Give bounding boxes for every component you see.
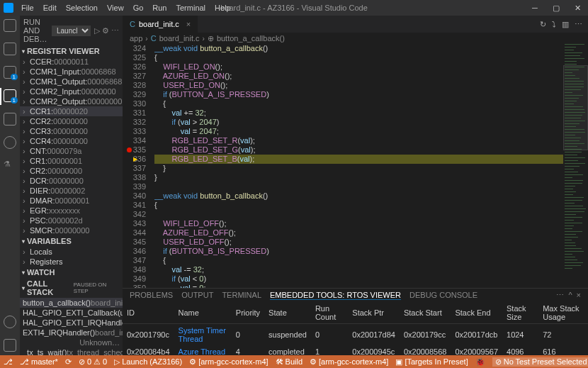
menu-file[interactable]: File	[18, 4, 38, 12]
rtos-row[interactable]: 0x2001790cSystem Timer Thread0suspended0…	[123, 324, 588, 346]
editor-area: C board_init.c × ↻ ⤵ ▥ ⋯ app › C board_i…	[123, 16, 588, 355]
launch-status[interactable]: ▷ Launch (AZ3166)	[114, 357, 182, 367]
remote-icon[interactable]	[4, 136, 16, 149]
register-EGR[interactable]: EGR: xxxxxxxx	[20, 206, 123, 216]
stack-frame[interactable]: EXTI4_IRQHandler()board_init.c360:1	[20, 328, 123, 338]
notest-status[interactable]: ⊘ No Test Preset Selected	[492, 357, 588, 367]
sidebar: RUN AND DEB… Launch ▷⚙⋯ REGISTER VIEWER …	[20, 16, 123, 355]
panel-tab-3[interactable]: EMBEDDED TOOLS: RTOS VIEWER	[270, 291, 401, 300]
stack-frame[interactable]: button_a_callback()board_init.c336:1	[20, 298, 123, 308]
step-over-icon[interactable]: ⤵	[552, 20, 556, 28]
preset2-status[interactable]: ⚙ [arm-gcc-cortex-m4]	[310, 357, 388, 367]
section-register-viewer[interactable]: REGISTER VIEWER	[20, 45, 123, 57]
breadcrumb[interactable]: app › C board_init.c › ⊕ button_a_callba…	[123, 33, 588, 44]
register-CCR4[interactable]: CCR4: 00000000	[20, 136, 123, 146]
callstack-status: PAUSED ON STEP	[74, 281, 120, 294]
bottom-panel: PROBLEMSOUTPUTTERMINALEMBEDDED TOOLS: RT…	[123, 288, 588, 355]
maximize-button[interactable]: ▢	[545, 4, 567, 13]
search-icon[interactable]	[4, 43, 16, 55]
debug-title: RUN AND DEB…	[23, 18, 48, 43]
minimap[interactable]	[563, 44, 588, 288]
panel-more-icon[interactable]: ⋯	[556, 291, 564, 300]
panel-close-icon[interactable]: ×	[577, 291, 581, 300]
debug-status[interactable]: 🐞	[475, 357, 485, 367]
restart-icon[interactable]: ↻	[540, 20, 546, 29]
section-watch[interactable]: WATCH	[20, 267, 123, 278]
split-icon[interactable]: ▥	[562, 20, 569, 29]
menu-run[interactable]: Run	[149, 4, 170, 12]
window-controls: ─ ▢ ✕	[524, 4, 588, 13]
register-CCER[interactable]: CCER: 00000011	[20, 57, 123, 67]
branch-status[interactable]: ⎇ master*	[20, 357, 58, 367]
more-icon[interactable]: ⋯	[575, 20, 582, 29]
rtos-table: IDNamePriorityStateRun CountStack PtrSta…	[123, 302, 588, 355]
panel-tab-1[interactable]: OUTPUT	[181, 291, 213, 300]
problems-status[interactable]: ⊘ 0 ⚠ 0	[79, 357, 107, 367]
debug-header: RUN AND DEB… Launch ▷⚙⋯	[20, 16, 123, 45]
variables-locals[interactable]: Locals	[20, 247, 123, 257]
register-DCR[interactable]: DCR: 00000000	[20, 176, 123, 186]
section-variables[interactable]: VARIABLES	[20, 235, 123, 247]
stack-frame[interactable]: HAL_GPIO_EXTI_Callback(uint16_tGPIO	[20, 308, 123, 318]
register-CCMR2_Output[interactable]: CCMR2_Output: 00000000	[20, 96, 123, 106]
register-CCMR1_Output[interactable]: CCMR1_Output: 00006868	[20, 77, 123, 87]
panel-tab-4[interactable]: DEBUG CONSOLE	[409, 291, 477, 300]
panel-tabs: PROBLEMSOUTPUTTERMINALEMBEDDED TOOLS: RT…	[123, 289, 588, 302]
panel-max-icon[interactable]: ^	[568, 291, 572, 300]
register-CCMR1_Input[interactable]: CCMR1_Input: 00006868	[20, 67, 123, 77]
register-CCR2[interactable]: CCR2: 00000000	[20, 116, 123, 126]
register-list: CCER: 00000011CCMR1_Input: 00006868CCMR1…	[20, 57, 123, 235]
menu-help[interactable]: Help	[211, 4, 234, 12]
menu-terminal[interactable]: Terminal	[173, 4, 210, 12]
sync-status[interactable]: ⟳	[65, 357, 72, 367]
variables-list: Locals Registers	[20, 247, 123, 267]
close-button[interactable]: ✕	[567, 4, 588, 13]
minimize-button[interactable]: ─	[524, 4, 545, 13]
menubar: FileEditSelectionViewGoRunTerminalHelp	[18, 4, 234, 12]
launch-config-select[interactable]: Launch	[52, 26, 91, 36]
register-CR2[interactable]: CR2: 00000000	[20, 166, 123, 176]
register-DIER[interactable]: DIER: 00000002	[20, 186, 123, 196]
code-editor[interactable]: 3243253263273283293303313323333343353363…	[123, 44, 588, 288]
tab-label: board_init.c	[139, 20, 179, 28]
menu-selection[interactable]: Selection	[62, 4, 101, 12]
register-PSC[interactable]: PSC: 0000002d	[20, 216, 123, 225]
stack-frame[interactable]: HAL_GPIO_EXTI_IRQHandler(uint16_tGPIO	[20, 318, 123, 328]
debug-icon[interactable]: 1	[4, 89, 16, 102]
status-bar: ⎇ ⎇ master* ⟳ ⊘ 0 ⚠ 0 ▷ Launch (AZ3166) …	[0, 355, 588, 368]
menu-go[interactable]: Go	[130, 4, 147, 12]
targets-status[interactable]: ▣ [Targets In Preset]	[395, 357, 468, 367]
tab-board-init[interactable]: C board_init.c ×	[123, 16, 198, 33]
register-CCMR2_Input[interactable]: CCMR2_Input: 00000000	[20, 87, 123, 96]
register-CCR3[interactable]: CCR3: 00000000	[20, 126, 123, 136]
close-icon[interactable]: ×	[186, 20, 191, 28]
register-CNT[interactable]: CNT: 0000079a	[20, 146, 123, 156]
explorer-icon[interactable]	[4, 19, 16, 32]
build-status[interactable]: 🛠 Build	[276, 357, 303, 366]
stack-frame[interactable]: Unknown…	[20, 338, 123, 347]
activity-bar: 1 1 ⚗	[0, 16, 20, 355]
register-CCR1[interactable]: CCR1: 00000020	[20, 106, 123, 116]
scm-icon[interactable]: 1	[4, 66, 16, 79]
tab-bar: C board_init.c × ↻ ⤵ ▥ ⋯	[123, 16, 588, 33]
stack-frame[interactable]: _tx_ts_wait()tx_thread_schedule.S	[20, 347, 123, 355]
register-DMAR[interactable]: DMAR: 00000001	[20, 196, 123, 206]
account-icon[interactable]	[4, 316, 16, 328]
remote-status[interactable]: ⎇	[4, 357, 13, 367]
menu-edit[interactable]: Edit	[40, 4, 60, 12]
variables-registers[interactable]: Registers	[20, 257, 123, 267]
register-CR1[interactable]: CR1: 00000001	[20, 156, 123, 166]
rtos-row[interactable]: 0x200084b4Azure Thread4completed10x20009…	[123, 345, 588, 355]
extensions-icon[interactable]	[4, 113, 16, 126]
gear-icon[interactable]: ⚙	[102, 26, 109, 35]
register-SMCR[interactable]: SMCR: 00000000	[20, 225, 123, 235]
gear-icon[interactable]	[4, 339, 16, 352]
preset1-status[interactable]: ⚙ [arm-gcc-cortex-m4]	[189, 357, 268, 367]
start-debug-icon[interactable]: ▷	[94, 26, 100, 35]
panel-tab-2[interactable]: TERMINAL	[222, 291, 261, 300]
section-callstack[interactable]: CALL STACK PAUSED ON STEP	[20, 278, 123, 298]
titlebar: FileEditSelectionViewGoRunTerminalHelp b…	[0, 0, 588, 16]
panel-tab-0[interactable]: PROBLEMS	[130, 291, 173, 300]
menu-view[interactable]: View	[103, 4, 128, 12]
c-file-icon: C	[130, 20, 135, 28]
